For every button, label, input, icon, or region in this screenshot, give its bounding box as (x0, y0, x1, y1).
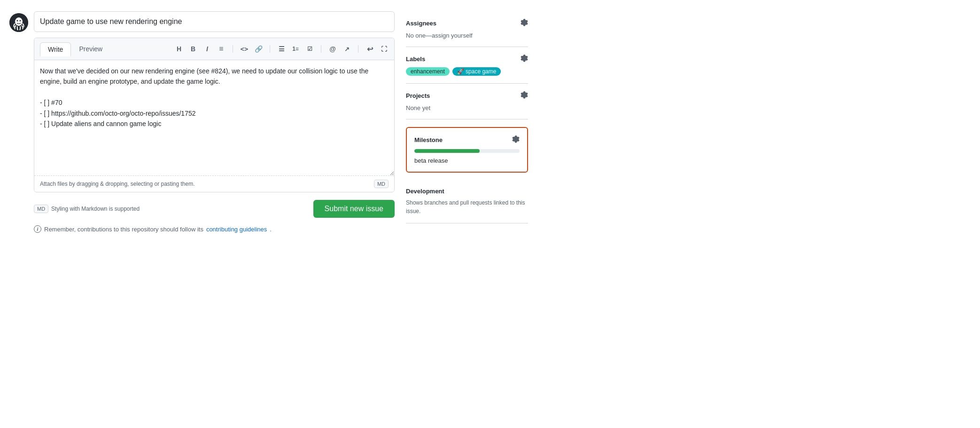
assignees-header: Assignees (406, 19, 528, 28)
fullscreen-icon[interactable]: ⛶ (379, 44, 389, 54)
label-enhancement[interactable]: enhancement (406, 67, 450, 76)
quote-icon[interactable]: ≡ (217, 44, 226, 54)
labels-list: enhancement 🚀 space game (406, 67, 528, 76)
milestone-title: Milestone (414, 136, 443, 143)
footer-note: i Remember, contributions to this reposi… (34, 225, 395, 233)
milestone-progress-bar-container (414, 149, 520, 153)
editor-toolbar: Write Preview H B I ≡ <> (34, 38, 394, 60)
code-icon[interactable]: <> (240, 44, 249, 54)
assignees-gear-icon[interactable] (521, 19, 528, 28)
ordered-list-icon[interactable]: 1≡ (291, 44, 300, 54)
assignees-value: No one—assign yourself (406, 32, 473, 39)
contributing-guidelines-link[interactable]: contributing guidelines (206, 226, 267, 233)
footer-remember-text: Remember, contributions to this reposito… (44, 226, 203, 233)
svg-point-2 (17, 20, 18, 22)
avatar (9, 13, 28, 32)
projects-header: Projects (406, 91, 528, 100)
svg-point-3 (20, 20, 21, 22)
labels-title: Labels (406, 55, 425, 63)
projects-value: None yet (406, 104, 430, 111)
sidebar: Assignees No one—assign yourself Labels … (406, 11, 528, 417)
task-list-icon[interactable]: ☑ (305, 44, 314, 54)
issue-title-input[interactable] (34, 11, 395, 32)
sidebar-projects: Projects None yet (406, 84, 528, 119)
sidebar-labels: Labels enhancement 🚀 space game (406, 47, 528, 84)
md-badge: MD (374, 180, 389, 188)
attach-area: Attach files by dragging & dropping, sel… (34, 175, 394, 192)
markdown-note-text: Styling with Markdown is supported (51, 206, 140, 212)
markdown-note: MD Styling with Markdown is supported (34, 205, 140, 213)
sidebar-development: Development Shows branches and pull requ… (406, 180, 528, 223)
labels-header: Labels (406, 55, 528, 63)
info-icon: i (34, 225, 41, 233)
projects-title: Projects (406, 92, 430, 99)
development-header: Development (406, 188, 528, 195)
tab-write[interactable]: Write (40, 42, 71, 56)
editor-body: Now that we've decided on our new render… (34, 60, 394, 192)
milestone-header: Milestone (414, 135, 520, 144)
label-space-game[interactable]: 🚀 space game (452, 67, 501, 76)
md-badge-label: MD (37, 206, 45, 212)
labels-gear-icon[interactable] (521, 55, 528, 63)
issue-form: Write Preview H B I ≡ <> (34, 11, 395, 233)
development-title: Development (406, 188, 444, 195)
issue-body-textarea[interactable]: Now that we've decided on our new render… (34, 60, 394, 175)
undo-icon[interactable]: ↩ (365, 44, 374, 54)
projects-gear-icon[interactable] (521, 91, 528, 100)
footer-period: . (270, 226, 272, 233)
development-description: Shows branches and pull requests linked … (406, 198, 528, 215)
link-icon[interactable]: 🔗 (254, 44, 263, 54)
unordered-list-icon[interactable]: ☰ (277, 44, 286, 54)
milestone-gear-icon[interactable] (512, 135, 520, 144)
toolbar-icons: H B I ≡ <> 🔗 ☰ (174, 44, 389, 54)
milestone-progress-fill (414, 149, 480, 153)
assignees-title: Assignees (406, 20, 436, 27)
sidebar-assignees: Assignees No one—assign yourself (406, 11, 528, 47)
md-badge-text: MD (377, 181, 385, 187)
reference-icon[interactable]: ↗ (342, 44, 351, 54)
toolbar-divider-3 (321, 45, 321, 53)
milestone-name: beta release (414, 157, 448, 164)
svg-point-1 (15, 17, 23, 26)
toolbar-divider-4 (358, 45, 358, 53)
bold-icon[interactable]: B (188, 44, 198, 54)
editor-container: Write Preview H B I ≡ <> (34, 38, 395, 192)
mention-icon[interactable]: @ (328, 44, 337, 54)
md-badge-bottom: MD (34, 205, 48, 213)
italic-icon[interactable]: I (202, 44, 212, 54)
tab-preview[interactable]: Preview (71, 42, 110, 56)
submit-button[interactable]: Submit new issue (313, 200, 395, 218)
toolbar-divider-2 (270, 45, 270, 53)
bottom-row: MD Styling with Markdown is supported Su… (34, 198, 395, 220)
heading-icon[interactable]: H (174, 44, 184, 54)
attach-text: Attach files by dragging & dropping, sel… (40, 181, 195, 187)
sidebar-milestone: Milestone beta release (406, 127, 528, 173)
editor-tabs: Write Preview (40, 42, 110, 56)
toolbar-divider-1 (233, 45, 233, 53)
